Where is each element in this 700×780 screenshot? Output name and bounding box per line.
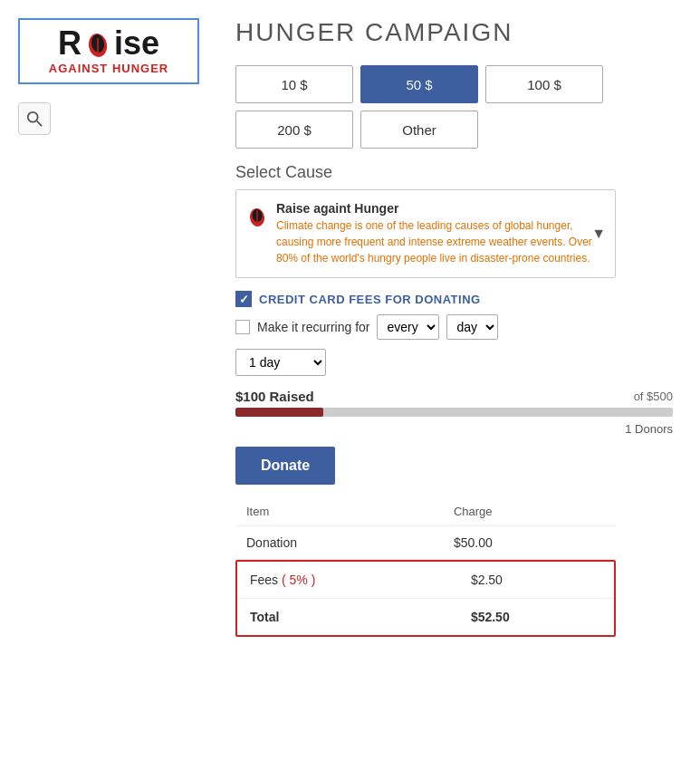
total-label-cell: Total	[237, 599, 458, 636]
credit-card-fees-row: CREDIT CARD FEES FOR DONATING	[235, 291, 673, 307]
progress-section: $100 Raised of $500	[235, 389, 673, 417]
col-charge-header: Charge	[443, 497, 616, 526]
fees-charge-cell: $2.50	[458, 562, 614, 599]
cause-content: Raise againt Hunger Climate change is on…	[276, 201, 604, 266]
donate-button[interactable]: Donate	[235, 447, 335, 485]
svg-line-4	[37, 121, 42, 126]
total-charge-cell: $52.50	[458, 599, 614, 636]
amount-btn-200[interactable]: 200 $	[235, 111, 353, 149]
col-item-header: Item	[235, 497, 443, 526]
cause-title: Raise againt Hunger	[276, 201, 604, 216]
credit-card-fees-checkbox[interactable]	[235, 291, 252, 307]
progress-bar-background	[235, 408, 673, 417]
amount-btn-50[interactable]: 50 $	[360, 65, 478, 103]
search-button[interactable]	[18, 102, 51, 135]
total-row: Total $52.50	[237, 599, 614, 636]
donors-count: 1 Donors	[235, 422, 673, 436]
fees-row: Fees ( 5% ) $2.50	[237, 562, 614, 599]
goal-label: of $500	[634, 390, 673, 403]
fees-label: Fees	[250, 573, 278, 587]
fees-total-box: Fees ( 5% ) $2.50 Total $52.50	[235, 560, 616, 637]
table-row: Donation $50.00	[235, 526, 616, 560]
logo-r: R	[58, 27, 82, 60]
row-item-donation: Donation	[235, 526, 443, 560]
logo-tagline: AGAINST HUNGER	[49, 62, 168, 75]
fees-label-cell: Fees ( 5% )	[237, 562, 458, 599]
recurring-row: Make it recurring for every day	[235, 314, 673, 340]
amount-buttons-row: 10 $ 50 $ 100 $	[235, 65, 673, 103]
campaign-title: HUNGER CAMPAIGN	[235, 18, 673, 47]
logo-ise: ise	[114, 27, 159, 60]
logo-box: R ise AGAINST HUNGER	[18, 18, 199, 84]
amount-btn-other[interactable]: Other	[360, 111, 478, 149]
fees-pct: ( 5% )	[282, 573, 315, 587]
raised-label: $100 Raised	[235, 389, 314, 404]
recurring-checkbox[interactable]	[235, 320, 250, 334]
amount-btn-10[interactable]: 10 $	[235, 65, 353, 103]
cause-icon	[247, 203, 267, 232]
cause-selector[interactable]: Raise againt Hunger Climate change is on…	[235, 189, 616, 278]
recurring-every-select[interactable]: every	[377, 314, 439, 340]
cause-description: Climate change is one of the leading cau…	[276, 217, 604, 266]
recurring-unit-select[interactable]: day	[446, 314, 498, 340]
credit-card-fees-label: CREDIT CARD FEES FOR DONATING	[259, 293, 481, 306]
logo-leaf-icon	[83, 27, 112, 60]
logo-rise: R ise	[58, 27, 159, 60]
cause-chevron-icon[interactable]: ▼	[591, 226, 606, 242]
svg-point-3	[28, 112, 38, 122]
amount-buttons-row2: 200 $ Other	[235, 111, 673, 149]
row-charge-donation: $50.00	[443, 526, 616, 560]
progress-bar-fill	[235, 408, 323, 417]
summary-table: Item Charge Donation $50.00	[235, 497, 616, 560]
amount-btn-100[interactable]: 100 $	[485, 65, 603, 103]
day-select-row: 1 day	[235, 349, 673, 376]
select-cause-heading: Select Cause	[235, 163, 673, 182]
recurring-label: Make it recurring for	[257, 320, 369, 334]
duration-select[interactable]: 1 day	[235, 349, 326, 376]
